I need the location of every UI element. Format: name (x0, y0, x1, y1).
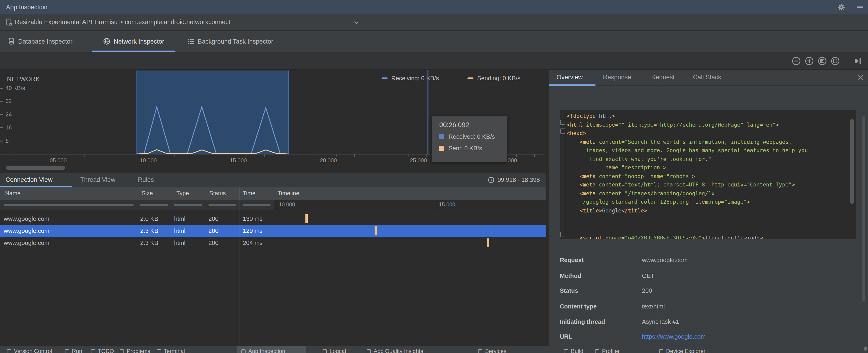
tab-label: Network Inspector (114, 38, 164, 45)
x-tick (426, 155, 427, 157)
inspector-tab-bar: Database Inspector Network Inspector Bac… (0, 31, 868, 53)
tool-window-button-app-quality-insights[interactable]: App Quality Insights (367, 348, 423, 353)
table-row[interactable]: www.google.com2.0 KBhtml200130 ms (0, 213, 546, 225)
tool-window-button-terminal[interactable]: Terminal (157, 348, 185, 353)
tab-background-task-inspector[interactable]: Background Task Inspector (188, 31, 273, 52)
tab-connection-view[interactable]: Connection View (6, 176, 53, 183)
tool-window-icon (659, 349, 663, 353)
tab-request[interactable]: Request (651, 74, 675, 81)
x-tick (48, 155, 48, 157)
chart-horizontal-scrollbar[interactable] (6, 166, 65, 170)
timeline-marker[interactable] (487, 238, 489, 247)
col-type[interactable]: Type (176, 190, 189, 197)
code-line: <meta content="/images/branding/googleg/… (567, 189, 715, 198)
code-line: name="description"> (567, 163, 666, 172)
tab-thread-view[interactable]: Thread View (80, 176, 115, 183)
y-tick (0, 127, 3, 128)
col-status[interactable]: Status (209, 190, 226, 197)
tab-response[interactable]: Response (603, 74, 631, 81)
timeline-marker[interactable] (375, 226, 377, 235)
status-scrollbar[interactable] (209, 204, 236, 206)
type-scrollbar[interactable] (174, 204, 203, 206)
field-value-url[interactable]: https://www.google.com (642, 333, 706, 340)
received-swatch (439, 134, 444, 139)
tool-window-icon (7, 349, 11, 353)
name-scrollbar[interactable] (4, 204, 134, 206)
timeline-tick (437, 200, 437, 210)
x-tick (30, 155, 30, 157)
col-size[interactable]: Size (142, 190, 153, 197)
minimize-icon[interactable] (857, 6, 863, 8)
tool-window-button-profiler[interactable]: Profiler (595, 348, 620, 353)
tab-overview[interactable]: Overview (557, 74, 583, 81)
code-line: <title>Google</title> (567, 206, 647, 215)
close-icon[interactable] (857, 74, 864, 81)
sent-swatch (439, 146, 444, 151)
tool-window-button-version-control[interactable]: Version Control (7, 348, 52, 353)
zoom-to-selection-icon[interactable] (831, 57, 840, 65)
table-header[interactable]: Name Size Type Status Time Timeline (0, 187, 546, 200)
tool-window-icon (120, 349, 124, 353)
cell-name: www.google.com (4, 239, 50, 246)
tab-network-inspector[interactable]: Network Inspector (103, 31, 164, 52)
x-tick-label: 25.000 (410, 157, 427, 164)
tool-window-icon (157, 349, 161, 353)
cell-time: 129 ms (243, 227, 262, 234)
size-scrollbar[interactable] (140, 204, 168, 206)
tool-window-button-todo[interactable]: TODO (91, 348, 114, 353)
x-tick (66, 155, 66, 157)
timeline-axis: 10.00015.000 (274, 200, 546, 210)
col-time[interactable]: Time (243, 190, 255, 197)
tool-window-button-device-explorer[interactable]: Device Explorer (659, 348, 705, 353)
fold-marker[interactable]: – (560, 120, 565, 125)
selection-time-range: 09.918 - 18.398 (488, 176, 540, 183)
col-timeline[interactable]: Timeline (278, 190, 300, 197)
time-scrollbar[interactable] (243, 204, 271, 206)
cell-status: 200 (209, 227, 218, 234)
tab-call-stack[interactable]: Call Stack (693, 74, 721, 81)
table-row[interactable]: www.google.com2.3 KBhtml200129 ms (0, 225, 546, 237)
timeline-tick (276, 200, 277, 210)
tool-window-button-build[interactable]: Build (564, 348, 583, 353)
tab-rules[interactable]: Rules (138, 176, 154, 183)
x-tick (264, 155, 265, 157)
tool-window-button-run[interactable]: Run (65, 348, 82, 353)
chart-tooltip: 00:26.092 Received: 0 KB/s Sent: 0 KB/s (432, 117, 507, 162)
fold-marker[interactable] (560, 232, 565, 237)
x-tick (408, 155, 408, 157)
response-preview-code[interactable]: – – <!doctype html><html itemscope="" it… (560, 110, 856, 239)
cell-type: html (174, 215, 185, 222)
field-value-status: 200 (642, 287, 652, 294)
zoom-out-icon[interactable] (792, 57, 801, 65)
tool-window-button-services[interactable]: Services (478, 348, 506, 353)
connection-details-panel: Overview Response Request Call Stack – –… (548, 70, 868, 346)
code-line: <html itemscope="" itemtype="http://sche… (567, 120, 779, 129)
col-name[interactable]: Name (5, 190, 21, 197)
code-scrollbar[interactable] (850, 119, 854, 204)
tool-window-button-problems[interactable]: Problems (120, 348, 150, 353)
x-tick (318, 155, 318, 157)
code-line: /googleg_standard_color_128dp.png" itemp… (567, 198, 750, 206)
y-tick (0, 114, 3, 115)
x-tick-label: 15.000 (230, 157, 247, 164)
table-row[interactable]: www.google.com2.3 KBhtml200204 ms (0, 237, 546, 249)
timeline-marker[interactable] (305, 214, 308, 223)
x-tick (534, 155, 534, 157)
field-label-initiating-thread: Initiating thread (560, 318, 605, 325)
tool-window-button-app-inspection[interactable]: App Inspection (241, 348, 285, 353)
tool-window-button-logcat[interactable]: Logcat (322, 348, 346, 353)
field-value-initiating-thread: AsyncTask #1 (642, 318, 679, 325)
details-scrollbar[interactable] (862, 116, 865, 301)
skip-to-end-icon[interactable] (853, 57, 862, 65)
fold-marker[interactable]: – (560, 128, 565, 134)
tab-database-inspector[interactable]: Database Inspector (8, 31, 72, 52)
gear-icon[interactable] (838, 4, 845, 11)
process-selector-bar[interactable]: Resizable Experimental API Tiramisu > co… (0, 14, 868, 31)
code-line: find exactly what you're looking for." (567, 155, 711, 163)
network-chart[interactable]: NETWORK Receiving: 0 KB/s Sending: 0 KB/… (0, 70, 546, 172)
reset-zoom-icon[interactable] (818, 57, 827, 65)
zoom-in-icon[interactable] (805, 57, 814, 65)
details-tab-bar: Overview Response Request Call Stack (549, 70, 868, 86)
cell-type: html (174, 227, 185, 234)
x-tick (12, 155, 12, 157)
